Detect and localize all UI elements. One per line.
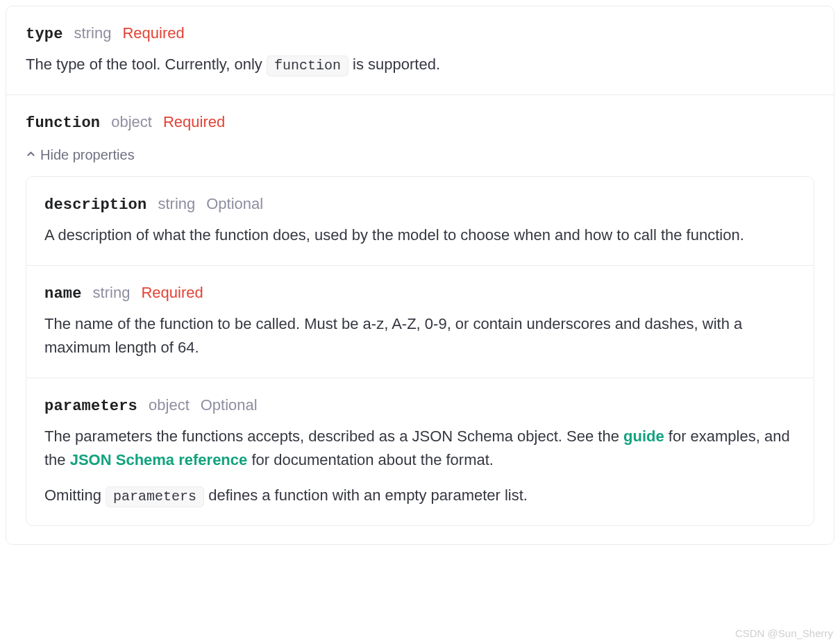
code-parameters: parameters bbox=[106, 486, 204, 507]
json-schema-reference-link[interactable]: JSON Schema reference bbox=[70, 451, 248, 468]
optional-badge: Optional bbox=[206, 192, 263, 215]
desc-text: The type of the tool. Currently, only bbox=[26, 56, 267, 73]
param-type: string bbox=[93, 281, 131, 304]
param-description: The name of the function to be called. M… bbox=[44, 312, 796, 359]
desc-text: A description of what the function does,… bbox=[44, 223, 796, 247]
desc-text: The name of the function to be called. M… bbox=[44, 312, 796, 359]
param-header: function object Required bbox=[26, 110, 814, 135]
toggle-label: Hide properties bbox=[40, 144, 135, 165]
param-section-description: description string Optional A descriptio… bbox=[26, 177, 814, 265]
optional-badge: Optional bbox=[201, 393, 258, 416]
param-type: object bbox=[149, 393, 190, 416]
desc-text: defines a function with an empty paramet… bbox=[208, 486, 528, 504]
param-section-function: function object Required Hide properties… bbox=[6, 94, 834, 544]
param-name: type bbox=[26, 23, 63, 46]
chevron-up-icon bbox=[26, 144, 36, 165]
param-type: string bbox=[158, 192, 195, 215]
nested-properties-panel: description string Optional A descriptio… bbox=[26, 176, 814, 526]
desc-text: for documentation about the format. bbox=[247, 451, 494, 468]
param-description: The parameters the functions accepts, de… bbox=[44, 425, 796, 507]
param-type: object bbox=[111, 110, 152, 133]
param-name: parameters bbox=[44, 395, 137, 418]
param-name: description bbox=[44, 194, 146, 217]
param-type: string bbox=[74, 22, 112, 44]
param-description: The type of the tool. Currently, only fu… bbox=[26, 53, 814, 76]
param-description: A description of what the function does,… bbox=[44, 223, 796, 247]
param-section-type: type string Required The type of the too… bbox=[6, 6, 834, 94]
required-badge: Required bbox=[163, 110, 225, 133]
param-header: description string Optional bbox=[44, 192, 796, 217]
param-header: parameters object Optional bbox=[44, 393, 796, 418]
required-badge: Required bbox=[141, 281, 203, 304]
param-header: name string Required bbox=[44, 281, 796, 305]
desc-text: Omitting bbox=[44, 486, 106, 504]
required-badge: Required bbox=[122, 22, 184, 44]
watermark: CSDN @Sun_Sherry bbox=[735, 626, 833, 642]
param-name: function bbox=[26, 112, 100, 135]
desc-text: The parameters the functions accepts, de… bbox=[44, 427, 623, 445]
desc-text: is supported. bbox=[353, 56, 440, 73]
param-name: name bbox=[44, 282, 82, 305]
param-header: type string Required bbox=[26, 22, 814, 46]
hide-properties-toggle[interactable]: Hide properties bbox=[26, 144, 135, 165]
api-params-panel: type string Required The type of the too… bbox=[6, 6, 834, 545]
guide-link[interactable]: guide bbox=[623, 427, 664, 445]
param-section-name: name string Required The name of the fun… bbox=[26, 265, 814, 378]
code-function: function bbox=[267, 56, 348, 76]
param-section-parameters: parameters object Optional The parameter… bbox=[26, 378, 814, 525]
